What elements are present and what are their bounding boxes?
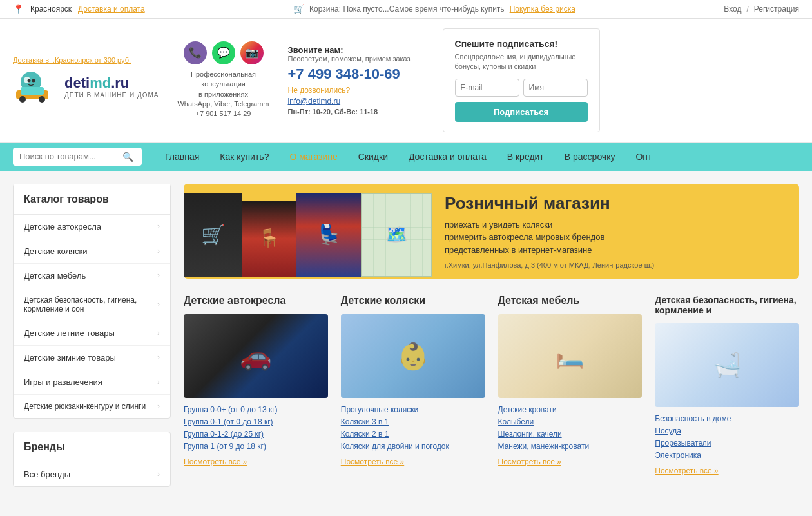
safety-link-2[interactable]: Посуда	[655, 426, 681, 435]
delivery-payment-link[interactable]: Доставка и оплата	[78, 5, 145, 14]
chevron-right-icon: ›	[157, 222, 160, 231]
nav-discounts[interactable]: Скидки	[348, 143, 398, 171]
sidebar: Каталог товаров Детские автокресла › Дет…	[13, 184, 171, 487]
whatsapp-button[interactable]: 💬	[212, 41, 235, 64]
svg-rect-5	[21, 87, 44, 95]
subscribe-title: Спешите подписаться!	[455, 39, 588, 49]
nav-delivery[interactable]: Доставка и оплата	[398, 143, 497, 171]
delivery-note-link[interactable]: Доставка в г.Красноярск от 300 руб.	[13, 56, 131, 64]
phone-missed-link[interactable]: Не дозвонились?	[288, 86, 430, 95]
register-link[interactable]: Регистрация	[754, 5, 799, 14]
nav-installment[interactable]: В рассрочку	[554, 143, 626, 171]
sidebar-item-stroller[interactable]: Детские коляски ›	[14, 239, 170, 264]
cart-icon: 🛒	[293, 4, 304, 14]
logo-row: detimd.ru ДЕТИ В МАШИНЕ И ДОМА	[13, 69, 159, 104]
sidebar-item-safety[interactable]: Детская безопасность, гигиена, кормление…	[14, 288, 170, 321]
svg-point-7	[32, 79, 35, 82]
safety-link-3[interactable]: Прорезыватели	[655, 439, 711, 448]
chevron-right-icon: ›	[157, 353, 160, 362]
nav-how-to-buy[interactable]: Как купить?	[209, 143, 279, 171]
sidebar-item-furniture[interactable]: Детская мебель ›	[14, 264, 170, 288]
phone-section: Звоните нам: Посоветуем, поможем, примем…	[288, 45, 430, 115]
nav-about[interactable]: О магазине	[279, 143, 347, 171]
carseat-link-2[interactable]: Группа 0-1 (от 0 до 18 кг)	[184, 417, 273, 426]
logo-subtitle: ДЕТИ В МАШИНЕ И ДОМА	[64, 92, 159, 99]
login-link[interactable]: Вход	[724, 5, 741, 14]
stroller-see-more[interactable]: Посмотреть все »	[341, 457, 404, 466]
subscribe-email-input[interactable]	[455, 79, 519, 97]
carseat-see-more[interactable]: Посмотреть все »	[184, 457, 247, 466]
viber-button[interactable]: 📞	[184, 41, 207, 64]
banner-images: 🛒 🪑 💺 🗺️	[184, 186, 432, 277]
sidebar-item-games[interactable]: Игры и развлечения ›	[14, 370, 170, 395]
list-item: Коляски 2 в 1	[341, 429, 485, 439]
stroller-link-1[interactable]: Прогулочные коляски	[341, 405, 418, 414]
carseat-link-3[interactable]: Группа 0-1-2 (до 25 кг)	[184, 430, 264, 439]
sidebar-item-summer[interactable]: Детские летние товары ›	[14, 321, 170, 346]
stroller-link-4[interactable]: Коляски для двойни и погодок	[341, 442, 449, 451]
auth-divider: /	[747, 5, 749, 14]
stroller-link-3[interactable]: Коляски 2 в 1	[341, 430, 389, 439]
nav-home[interactable]: Главная	[155, 143, 209, 171]
safety-link-4[interactable]: Электроника	[655, 451, 701, 460]
list-item: Группа 0-1-2 (до 25 кг)	[184, 429, 328, 439]
carseat-link-1[interactable]: Группа 0-0+ (от 0 до 13 кг)	[184, 405, 278, 414]
banner-description: приехать и увидеть коляски примерить авт…	[445, 219, 786, 257]
product-section-furniture: Детская мебель Детские кровати Колыбели …	[498, 295, 643, 475]
content-area: 🛒 🪑 💺 🗺️ Розничный магазин приехать и ув…	[184, 184, 799, 487]
search-input[interactable]	[19, 152, 122, 161]
chevron-right-icon: ›	[157, 328, 160, 337]
carseat-link-4[interactable]: Группа 1 (от 9 до 18 кг)	[184, 442, 266, 451]
top-bar-center: 🛒 Корзина: Пока пусто...Самое время что-…	[293, 4, 575, 14]
product-image-stroller	[341, 314, 485, 398]
sidebar-item-backpacks[interactable]: Детские рюкзаки-кенгуру и слинги ›	[14, 395, 170, 418]
sidebar-item-all-brands[interactable]: Все бренды ›	[14, 462, 170, 486]
furniture-link-1[interactable]: Детские кровати	[498, 405, 557, 414]
chevron-right-icon: ›	[157, 300, 160, 309]
furniture-see-more[interactable]: Посмотреть все »	[498, 457, 561, 466]
furniture-link-4[interactable]: Манежи, манежи-кровати	[498, 442, 590, 451]
email-link[interactable]: info@detimd.ru	[288, 97, 430, 106]
product-image-safety	[655, 323, 799, 407]
list-item: Посуда	[655, 426, 799, 435]
chevron-right-icon: ›	[157, 271, 160, 280]
safety-link-1[interactable]: Безопасность в доме	[655, 414, 731, 423]
nav-credit[interactable]: В кредит	[497, 143, 554, 171]
nav-links: Главная Как купить? О магазине Скидки До…	[155, 143, 662, 171]
product-links-stroller: Прогулочные коляски Коляски 3 в 1 Коляск…	[341, 404, 485, 451]
location-icon: 📍	[13, 4, 24, 14]
product-links-carseat: Группа 0-0+ (от 0 до 13 кг) Группа 0-1 (…	[184, 404, 328, 451]
svg-point-3	[19, 96, 26, 103]
search-box: 🔍	[13, 148, 142, 166]
subscribe-section: Спешите подписаться! Спецпредложения, ин…	[443, 28, 600, 132]
list-item: Колыбели	[498, 417, 643, 426]
subscribe-name-input[interactable]	[523, 79, 588, 97]
banner-address: г.Химки, ул.Панфилова, д.3 (400 м от МКА…	[445, 261, 786, 269]
sidebar-catalog: Каталог товаров Детские автокресла › Дет…	[13, 184, 171, 419]
instagram-button[interactable]: 📷	[240, 41, 264, 64]
top-bar-right: Вход / Регистрация	[724, 5, 799, 14]
list-item: Коляски 3 в 1	[341, 417, 485, 426]
main-content: Каталог товаров Детские автокресла › Дет…	[0, 171, 812, 500]
banner: 🛒 🪑 💺 🗺️ Розничный магазин приехать и ув…	[184, 184, 799, 279]
subscribe-button[interactable]: Подписаться	[455, 102, 588, 122]
nav-bar: 🔍 Главная Как купить? О магазине Скидки …	[0, 143, 812, 171]
location-label: Красноярск	[30, 5, 72, 14]
nav-wholesale[interactable]: Опт	[625, 143, 662, 171]
banner-carseat1-image: 🪑	[242, 201, 296, 277]
banner-title: Розничный магазин	[445, 194, 786, 213]
safety-see-more[interactable]: Посмотреть все »	[655, 466, 718, 475]
search-icon[interactable]: 🔍	[122, 152, 133, 162]
list-item: Группа 0-0+ (от 0 до 13 кг)	[184, 404, 328, 414]
stroller-link-2[interactable]: Коляски 3 в 1	[341, 417, 389, 426]
furniture-link-2[interactable]: Колыбели	[498, 417, 534, 426]
banner-text: Розничный магазин приехать и увидеть кол…	[432, 184, 799, 279]
top-bar: 📍 Красноярск Доставка и оплата 🛒 Корзина…	[0, 0, 812, 19]
sidebar-item-winter[interactable]: Детские зимние товары ›	[14, 346, 170, 370]
safe-purchase-link[interactable]: Покупка без риска	[510, 5, 575, 14]
sidebar-item-carseat[interactable]: Детские автокресла ›	[14, 215, 170, 239]
svg-point-6	[28, 79, 31, 82]
cart-label: Корзина: Пока пусто...Самое время что-ни…	[309, 5, 505, 14]
list-item: Шезлонги, качели	[498, 429, 643, 439]
furniture-link-3[interactable]: Шезлонги, качели	[498, 430, 562, 439]
